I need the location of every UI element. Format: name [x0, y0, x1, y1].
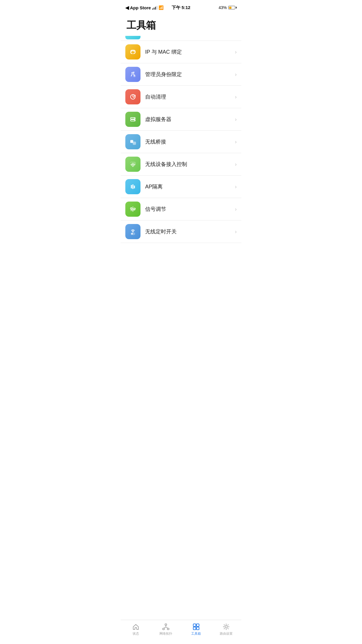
virtual-server-label: 虚拟服务器	[145, 116, 233, 123]
wireless-bridge-icon	[125, 134, 140, 149]
status-right: 43%	[219, 5, 237, 10]
svg-rect-9	[131, 185, 132, 188]
page-title: 工具箱	[121, 13, 241, 35]
svg-point-17	[134, 208, 136, 210]
ap-isolation-icon	[125, 179, 140, 194]
wireless-timer-label: 无线定时开关	[145, 228, 233, 235]
auto-clean-icon	[125, 89, 140, 104]
list-item-admin[interactable]: 管理员身份限定 ›	[121, 63, 241, 86]
list-item-auto-clean[interactable]: 自动清理 ›	[121, 86, 241, 108]
carrier-label: App Store	[130, 5, 151, 10]
list-item-ap-isolation[interactable]: AP隔离 ›	[121, 176, 241, 198]
svg-rect-10	[132, 184, 133, 189]
signal-bars	[152, 6, 157, 10]
signal-adjust-icon	[125, 202, 140, 217]
virtual-server-chevron: ›	[235, 116, 237, 123]
wireless-bridge-label: 无线桥接	[145, 138, 233, 145]
admin-icon	[125, 67, 140, 82]
battery-percent: 43%	[219, 5, 227, 10]
svg-rect-11	[134, 186, 135, 188]
signal-adjust-chevron: ›	[235, 206, 237, 212]
wireless-access-label: 无线设备接入控制	[145, 161, 233, 168]
svg-point-15	[131, 208, 132, 209]
virtual-server-icon	[125, 112, 140, 127]
admin-label: 管理员身份限定	[145, 71, 233, 78]
svg-point-4	[134, 118, 135, 118]
auto-clean-label: 自动清理	[145, 93, 233, 100]
back-arrow: ◀	[125, 5, 129, 10]
battery-icon	[228, 6, 237, 9]
list-item-wireless-timer[interactable]: 无线定时开关 ›	[121, 220, 241, 243]
wireless-timer-chevron: ›	[235, 229, 237, 235]
wireless-bridge-chevron: ›	[235, 139, 237, 145]
svg-point-8	[132, 166, 133, 167]
partial-icon	[125, 36, 140, 39]
svg-point-16	[132, 209, 134, 211]
svg-rect-7	[133, 142, 136, 145]
list-item-ip-mac[interactable]: IP 与 MAC 绑定 ›	[121, 41, 241, 63]
admin-chevron: ›	[235, 71, 237, 78]
wifi-icon: 📶	[159, 5, 164, 10]
ip-mac-label: IP 与 MAC 绑定	[145, 48, 233, 55]
list-container: IP 与 MAC 绑定 › 管理员身份限定 › 自动清理 ›	[121, 35, 241, 243]
status-left: ◀ App Store 📶	[125, 5, 164, 10]
auto-clean-chevron: ›	[235, 94, 237, 100]
ap-isolation-chevron: ›	[235, 184, 237, 190]
wireless-timer-icon	[125, 224, 140, 239]
svg-point-5	[134, 120, 135, 120]
list-item-signal-adjust[interactable]: 信号调节 ›	[121, 198, 241, 220]
list-item-wireless-access[interactable]: 无线设备接入控制 ›	[121, 153, 241, 176]
svg-point-0	[133, 75, 136, 77]
list-item-virtual-server[interactable]: 虚拟服务器 ›	[121, 108, 241, 131]
ip-mac-chevron: ›	[235, 49, 237, 55]
svg-point-20	[131, 233, 133, 235]
list-item-wireless-bridge[interactable]: 无线桥接 ›	[121, 131, 241, 153]
wireless-access-chevron: ›	[235, 161, 237, 167]
status-time: 下午 5:12	[172, 5, 190, 10]
status-bar: ◀ App Store 📶 下午 5:12 43%	[121, 0, 241, 13]
signal-adjust-label: 信号调节	[145, 206, 233, 213]
partial-item	[121, 35, 241, 41]
ip-mac-icon	[125, 44, 140, 60]
svg-point-18	[132, 231, 133, 232]
wireless-access-icon	[125, 157, 140, 172]
ap-isolation-label: AP隔离	[145, 183, 233, 190]
